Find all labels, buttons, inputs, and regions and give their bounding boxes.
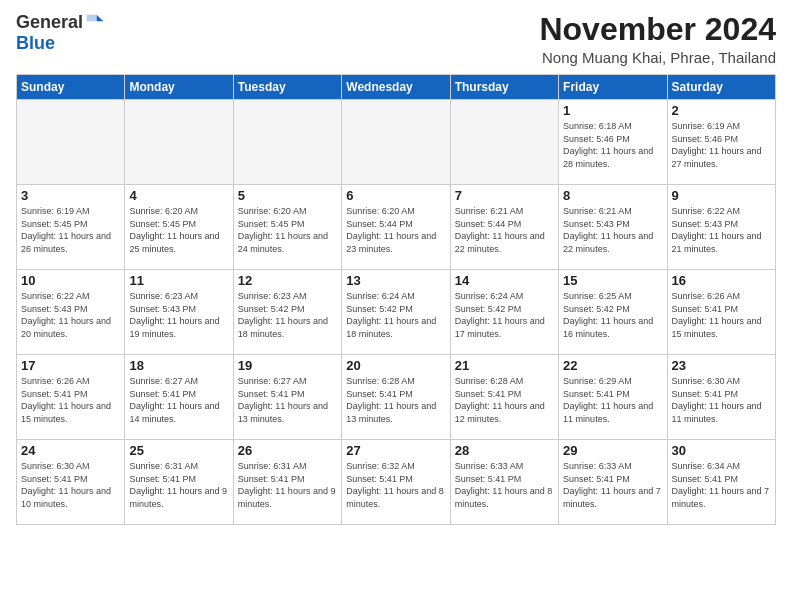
day-number: 8 [563, 188, 662, 203]
day-info: Sunrise: 6:24 AM Sunset: 5:42 PM Dayligh… [346, 290, 445, 340]
location-title: Nong Muang Khai, Phrae, Thailand [539, 49, 776, 66]
day-header-tuesday: Tuesday [233, 75, 341, 100]
logo: General Blue [16, 12, 105, 54]
calendar: SundayMondayTuesdayWednesdayThursdayFrid… [16, 74, 776, 525]
svg-rect-1 [87, 14, 97, 21]
day-number: 10 [21, 273, 120, 288]
day-header-monday: Monday [125, 75, 233, 100]
calendar-cell: 8Sunrise: 6:21 AM Sunset: 5:43 PM Daylig… [559, 185, 667, 270]
day-info: Sunrise: 6:24 AM Sunset: 5:42 PM Dayligh… [455, 290, 554, 340]
calendar-cell: 13Sunrise: 6:24 AM Sunset: 5:42 PM Dayli… [342, 270, 450, 355]
day-number: 16 [672, 273, 771, 288]
calendar-header-row: SundayMondayTuesdayWednesdayThursdayFrid… [17, 75, 776, 100]
day-info: Sunrise: 6:22 AM Sunset: 5:43 PM Dayligh… [21, 290, 120, 340]
day-number: 4 [129, 188, 228, 203]
calendar-week-0: 1Sunrise: 6:18 AM Sunset: 5:46 PM Daylig… [17, 100, 776, 185]
day-number: 6 [346, 188, 445, 203]
day-info: Sunrise: 6:28 AM Sunset: 5:41 PM Dayligh… [346, 375, 445, 425]
day-number: 26 [238, 443, 337, 458]
page: General Blue November 2024 Nong Muang Kh… [0, 0, 792, 612]
day-number: 28 [455, 443, 554, 458]
day-info: Sunrise: 6:27 AM Sunset: 5:41 PM Dayligh… [129, 375, 228, 425]
calendar-cell [125, 100, 233, 185]
day-info: Sunrise: 6:33 AM Sunset: 5:41 PM Dayligh… [455, 460, 554, 510]
calendar-cell: 20Sunrise: 6:28 AM Sunset: 5:41 PM Dayli… [342, 355, 450, 440]
calendar-cell: 27Sunrise: 6:32 AM Sunset: 5:41 PM Dayli… [342, 440, 450, 525]
day-info: Sunrise: 6:31 AM Sunset: 5:41 PM Dayligh… [238, 460, 337, 510]
calendar-cell: 24Sunrise: 6:30 AM Sunset: 5:41 PM Dayli… [17, 440, 125, 525]
day-header-saturday: Saturday [667, 75, 775, 100]
calendar-cell: 15Sunrise: 6:25 AM Sunset: 5:42 PM Dayli… [559, 270, 667, 355]
calendar-cell: 26Sunrise: 6:31 AM Sunset: 5:41 PM Dayli… [233, 440, 341, 525]
day-info: Sunrise: 6:34 AM Sunset: 5:41 PM Dayligh… [672, 460, 771, 510]
calendar-cell: 25Sunrise: 6:31 AM Sunset: 5:41 PM Dayli… [125, 440, 233, 525]
day-number: 18 [129, 358, 228, 373]
calendar-cell: 12Sunrise: 6:23 AM Sunset: 5:42 PM Dayli… [233, 270, 341, 355]
logo-general: General [16, 12, 83, 33]
calendar-cell: 9Sunrise: 6:22 AM Sunset: 5:43 PM Daylig… [667, 185, 775, 270]
day-number: 17 [21, 358, 120, 373]
calendar-cell: 10Sunrise: 6:22 AM Sunset: 5:43 PM Dayli… [17, 270, 125, 355]
calendar-cell [450, 100, 558, 185]
calendar-week-1: 3Sunrise: 6:19 AM Sunset: 5:45 PM Daylig… [17, 185, 776, 270]
day-info: Sunrise: 6:19 AM Sunset: 5:46 PM Dayligh… [672, 120, 771, 170]
day-info: Sunrise: 6:23 AM Sunset: 5:42 PM Dayligh… [238, 290, 337, 340]
logo-icon [85, 13, 105, 33]
day-number: 7 [455, 188, 554, 203]
day-number: 19 [238, 358, 337, 373]
day-info: Sunrise: 6:32 AM Sunset: 5:41 PM Dayligh… [346, 460, 445, 510]
day-number: 3 [21, 188, 120, 203]
day-info: Sunrise: 6:21 AM Sunset: 5:43 PM Dayligh… [563, 205, 662, 255]
calendar-cell: 23Sunrise: 6:30 AM Sunset: 5:41 PM Dayli… [667, 355, 775, 440]
calendar-cell [342, 100, 450, 185]
month-title: November 2024 [539, 12, 776, 47]
day-info: Sunrise: 6:30 AM Sunset: 5:41 PM Dayligh… [21, 460, 120, 510]
calendar-cell: 2Sunrise: 6:19 AM Sunset: 5:46 PM Daylig… [667, 100, 775, 185]
logo-text: General [16, 12, 105, 33]
day-number: 29 [563, 443, 662, 458]
day-info: Sunrise: 6:22 AM Sunset: 5:43 PM Dayligh… [672, 205, 771, 255]
day-header-thursday: Thursday [450, 75, 558, 100]
day-number: 2 [672, 103, 771, 118]
day-number: 21 [455, 358, 554, 373]
calendar-cell: 22Sunrise: 6:29 AM Sunset: 5:41 PM Dayli… [559, 355, 667, 440]
svg-marker-0 [97, 14, 104, 21]
calendar-cell: 11Sunrise: 6:23 AM Sunset: 5:43 PM Dayli… [125, 270, 233, 355]
day-number: 24 [21, 443, 120, 458]
day-info: Sunrise: 6:29 AM Sunset: 5:41 PM Dayligh… [563, 375, 662, 425]
day-info: Sunrise: 6:31 AM Sunset: 5:41 PM Dayligh… [129, 460, 228, 510]
calendar-cell: 30Sunrise: 6:34 AM Sunset: 5:41 PM Dayli… [667, 440, 775, 525]
calendar-cell: 1Sunrise: 6:18 AM Sunset: 5:46 PM Daylig… [559, 100, 667, 185]
day-info: Sunrise: 6:23 AM Sunset: 5:43 PM Dayligh… [129, 290, 228, 340]
day-number: 22 [563, 358, 662, 373]
logo-blue: Blue [16, 33, 55, 54]
day-info: Sunrise: 6:33 AM Sunset: 5:41 PM Dayligh… [563, 460, 662, 510]
calendar-week-2: 10Sunrise: 6:22 AM Sunset: 5:43 PM Dayli… [17, 270, 776, 355]
day-header-wednesday: Wednesday [342, 75, 450, 100]
day-number: 14 [455, 273, 554, 288]
day-number: 23 [672, 358, 771, 373]
calendar-cell: 5Sunrise: 6:20 AM Sunset: 5:45 PM Daylig… [233, 185, 341, 270]
calendar-cell: 18Sunrise: 6:27 AM Sunset: 5:41 PM Dayli… [125, 355, 233, 440]
header: General Blue November 2024 Nong Muang Kh… [16, 12, 776, 66]
day-info: Sunrise: 6:26 AM Sunset: 5:41 PM Dayligh… [672, 290, 771, 340]
day-info: Sunrise: 6:21 AM Sunset: 5:44 PM Dayligh… [455, 205, 554, 255]
day-number: 15 [563, 273, 662, 288]
day-info: Sunrise: 6:28 AM Sunset: 5:41 PM Dayligh… [455, 375, 554, 425]
day-number: 25 [129, 443, 228, 458]
day-info: Sunrise: 6:20 AM Sunset: 5:44 PM Dayligh… [346, 205, 445, 255]
calendar-cell: 19Sunrise: 6:27 AM Sunset: 5:41 PM Dayli… [233, 355, 341, 440]
calendar-cell: 16Sunrise: 6:26 AM Sunset: 5:41 PM Dayli… [667, 270, 775, 355]
day-number: 27 [346, 443, 445, 458]
day-number: 1 [563, 103, 662, 118]
day-number: 12 [238, 273, 337, 288]
calendar-week-3: 17Sunrise: 6:26 AM Sunset: 5:41 PM Dayli… [17, 355, 776, 440]
calendar-cell: 14Sunrise: 6:24 AM Sunset: 5:42 PM Dayli… [450, 270, 558, 355]
title-block: November 2024 Nong Muang Khai, Phrae, Th… [539, 12, 776, 66]
calendar-cell: 4Sunrise: 6:20 AM Sunset: 5:45 PM Daylig… [125, 185, 233, 270]
day-number: 5 [238, 188, 337, 203]
calendar-cell: 6Sunrise: 6:20 AM Sunset: 5:44 PM Daylig… [342, 185, 450, 270]
calendar-cell: 28Sunrise: 6:33 AM Sunset: 5:41 PM Dayli… [450, 440, 558, 525]
day-number: 9 [672, 188, 771, 203]
day-header-friday: Friday [559, 75, 667, 100]
